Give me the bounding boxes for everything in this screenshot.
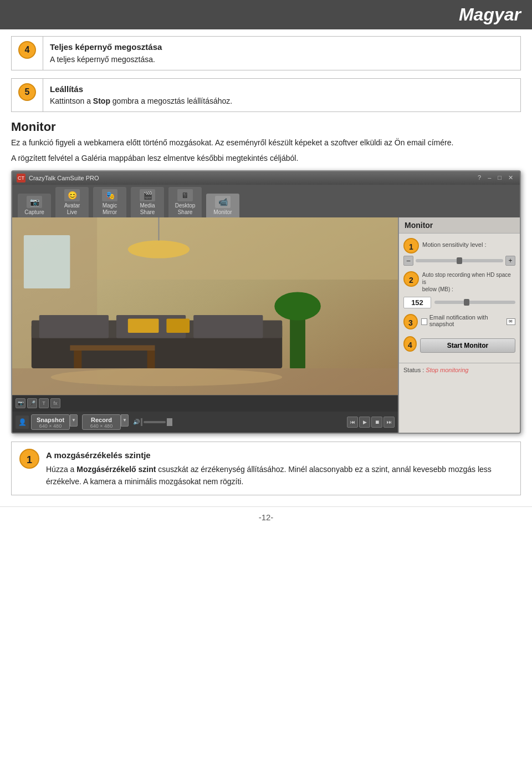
item-4-num-cell: 4: [12, 37, 43, 70]
room-illustration: [12, 217, 398, 395]
page-language-title: Magyar: [11, 4, 521, 25]
info-text-1: A mozgásérzékelés szintje Húzza a Mozgás…: [46, 449, 513, 488]
cam-btn[interactable]: 📷: [16, 398, 25, 408]
svg-point-16: [274, 292, 321, 320]
svg-point-14: [51, 368, 283, 386]
tab-magic-mirror-label: MagicMirror: [103, 202, 117, 216]
svg-rect-19: [147, 351, 155, 368]
window-buttons: ? – □ ✕: [475, 174, 515, 181]
hd-slider-thumb: [464, 299, 469, 306]
svg-rect-11: [128, 318, 159, 333]
motion-sensitivity-label: Motion sensitivity level :: [422, 241, 487, 248]
tab-desktop-share[interactable]: 🖥 DesktopShare: [168, 187, 202, 217]
playback-controls: ⏮ ▶ ⏹ ⏭: [347, 417, 395, 428]
badge-4: 4: [403, 336, 417, 352]
sensitivity-plus-btn[interactable]: +: [505, 256, 515, 266]
nav-tabs: 📷 Capture 😊 AvatarLive 🎭 MagicMirror 🎬 M…: [12, 185, 520, 217]
win-maximize-btn[interactable]: □: [495, 174, 504, 181]
badge-1: 1: [403, 238, 419, 253]
capture-icon: 📷: [27, 196, 42, 208]
volume-slider[interactable]: [144, 421, 166, 423]
vol-max-icon: [167, 418, 172, 426]
record-group: Record 640 × 480 ▼: [82, 414, 129, 430]
win-close-btn[interactable]: ✕: [506, 174, 515, 181]
item-5-number: 5: [18, 83, 36, 101]
app-title: CrazyTalk CamSuite PRO: [29, 175, 475, 181]
video-toolbar: 👤 Snapshot 640 × 480 ▼ Record 640 ×: [12, 412, 398, 433]
email-notification-row: 3 Email notification with snapshot ✉: [403, 314, 515, 329]
volume-controls: 🔊: [133, 418, 172, 426]
app-window: CT CrazyTalk CamSuite PRO ? – □ ✕ 📷 Capt…: [11, 170, 521, 434]
snapshot-dropdown-arrow[interactable]: ▼: [70, 414, 78, 427]
info-box-1: 1 A mozgásérzékelés szintje Húzza a Mozg…: [11, 442, 521, 495]
email-notification-label: Email notification with snapshot: [429, 314, 507, 327]
stop-btn[interactable]: ⏹: [371, 417, 382, 428]
tab-avatar-live-label: AvatarLive: [64, 202, 80, 216]
win-help-btn[interactable]: ?: [475, 174, 483, 181]
item-4-title: Teljes képernyő megosztása: [50, 41, 514, 54]
info-body-1: Húzza a Mozgásérzékelő szint csuszkát az…: [46, 465, 492, 486]
svg-rect-12: [166, 318, 190, 333]
snapshot-label: Snapshot: [37, 417, 64, 423]
sensitivity-slider[interactable]: [416, 259, 503, 262]
magic-mirror-icon: 🎭: [102, 189, 117, 201]
desktop-share-icon: 🖥: [177, 189, 193, 201]
volume-icon: 🔊: [133, 419, 140, 425]
email-notification-checkbox[interactable]: [421, 318, 427, 325]
hd-value[interactable]: 152: [403, 297, 431, 308]
item-4-text-cell: Teljes képernyő megosztása A teljes képe…: [43, 37, 521, 70]
header-bar: Magyar: [0, 0, 532, 29]
snapshot-button[interactable]: Snapshot 640 × 480: [31, 414, 70, 430]
page-footer: -12-: [0, 506, 532, 528]
start-monitor-button[interactable]: Start Monitor: [420, 338, 515, 353]
mic-btn[interactable]: 🎤: [27, 398, 37, 408]
hd-space-row: 2 Auto stop recording when HD space isbe…: [403, 271, 515, 308]
info-badge-1: 1: [19, 449, 39, 469]
tab-capture[interactable]: 📷 Capture: [18, 194, 51, 217]
info-title-1: A mozgásérzékelés szintje: [46, 449, 513, 462]
badge-2: 2: [403, 271, 419, 287]
motion-sensitivity-row: 1 Motion sensitivity level : – +: [403, 238, 515, 266]
right-panel: Monitor 1 Motion sensitivity level : –: [398, 217, 520, 433]
tab-media-share-label: MediaShare: [140, 202, 155, 216]
hd-space-label: Auto stop recording when HD space isbelo…: [422, 271, 515, 293]
tab-capture-label: Capture: [24, 209, 44, 216]
tab-avatar-live[interactable]: 😊 AvatarLive: [55, 187, 89, 217]
text-btn[interactable]: T: [39, 398, 49, 408]
cam-thumbnail: 👤: [16, 415, 29, 429]
svg-point-2: [128, 240, 190, 258]
tab-monitor-label: Monitor: [213, 209, 232, 216]
next-btn[interactable]: ⏭: [383, 417, 395, 428]
sensitivity-thumb: [457, 257, 462, 264]
status-row: Status : Stop monitoring: [399, 363, 520, 377]
app-titlebar: CT CrazyTalk CamSuite PRO ? – □ ✕: [12, 171, 520, 185]
email-icon: ✉: [507, 318, 515, 325]
prev-btn[interactable]: ⏮: [347, 417, 358, 428]
svg-rect-5: [24, 235, 70, 288]
page-number: -12-: [259, 513, 274, 522]
item-5-row: 5 Leállítás Kattintson a Stop gombra a m…: [11, 78, 521, 113]
item-4-desc: A teljes képernyő megosztása.: [50, 54, 514, 65]
record-size: 640 × 480: [90, 423, 112, 429]
tab-desktop-share-label: DesktopShare: [175, 202, 196, 216]
monitor-desc3: A rögzített felvétel a Galéria mappában …: [11, 152, 521, 164]
fx-btn[interactable]: fx: [50, 398, 60, 408]
video-feed: [12, 217, 398, 395]
snapshot-size: 640 × 480: [39, 423, 62, 429]
play-btn[interactable]: ▶: [359, 417, 370, 428]
media-share-icon: 🎬: [140, 189, 155, 201]
record-dropdown-arrow[interactable]: ▼: [121, 414, 129, 427]
hd-slider[interactable]: [434, 301, 515, 304]
sensitivity-slider-row: – +: [403, 256, 515, 266]
badge-3: 3: [403, 314, 418, 329]
svg-rect-10: [193, 315, 263, 338]
email-checkbox-row: 3 Email notification with snapshot ✉: [403, 314, 515, 329]
video-section: 📷 🎤 T fx 👤 Snapshot 640 × 480: [12, 217, 398, 433]
tab-media-share[interactable]: 🎬 MediaShare: [131, 187, 164, 217]
tab-magic-mirror[interactable]: 🎭 MagicMirror: [93, 187, 126, 217]
win-minimize-btn[interactable]: –: [485, 174, 493, 181]
record-label: Record: [91, 417, 112, 423]
tab-monitor[interactable]: 📹 Monitor: [206, 194, 239, 217]
sensitivity-minus-btn[interactable]: –: [403, 256, 413, 266]
record-button[interactable]: Record 640 × 480: [82, 414, 121, 430]
